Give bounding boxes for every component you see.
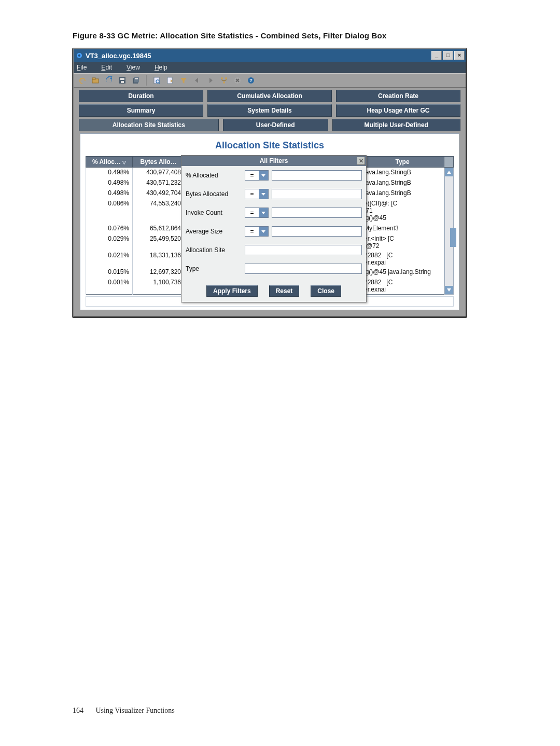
svg-rect-6 [121, 81, 124, 83]
cell-pct: 0.029% [86, 234, 133, 251]
svg-point-16 [223, 81, 225, 84]
help-icon[interactable]: ? [246, 75, 256, 86]
tab-system-details[interactable]: System Details [207, 104, 332, 117]
menu-file[interactable]: File [77, 64, 87, 71]
filter-input-bytes-allocated[interactable] [272, 189, 362, 199]
window-title: VT3_alloc.vgc.19845 [86, 52, 151, 60]
cell-pct: 0.086% [86, 199, 133, 224]
menu-help[interactable]: Help [155, 64, 167, 71]
svg-rect-3 [92, 78, 95, 79]
cell-bytes: 25,499,520 [133, 234, 185, 251]
filter-label-type: Type [186, 264, 242, 272]
cell-type: e([CII)@: [C :71 ig()@45 [361, 199, 444, 224]
cell-bytes: 74,553,240 [133, 199, 185, 224]
undo-icon[interactable] [77, 75, 87, 86]
filter-icon[interactable] [178, 75, 189, 86]
svg-text:?: ? [249, 78, 253, 83]
cell-bytes: 1,100,736 [133, 278, 185, 295]
cell-bytes: 430,492,704 [133, 188, 185, 199]
filter-op-pct-allocated[interactable]: = [245, 170, 269, 181]
cell-pct: 0.001% [86, 278, 133, 295]
cell-pct: 0.076% [86, 224, 133, 234]
apply-filters-button[interactable]: Apply Filters [206, 285, 258, 297]
cell-pct: 0.498% [86, 178, 133, 188]
tab-user-defined[interactable]: User-Defined [223, 119, 328, 131]
svg-point-14 [221, 77, 223, 79]
cell-type: 22882 [C er.expai [361, 251, 444, 267]
close-window-button[interactable]: × [454, 51, 465, 60]
menu-edit[interactable]: Edit [101, 64, 112, 71]
svg-rect-5 [120, 78, 124, 80]
filter-input-average-size[interactable] [272, 226, 362, 237]
save-all-icon[interactable] [131, 75, 141, 86]
open-icon[interactable] [90, 75, 101, 86]
cell-type: er.<init> [C )@72 [361, 234, 444, 251]
menu-view[interactable]: View [127, 64, 140, 71]
svg-point-15 [225, 77, 227, 79]
cell-type: 22882 [C er.exnai [361, 278, 444, 295]
scroll-up-icon[interactable] [445, 168, 453, 176]
cell-bytes: 12,697,320 [133, 267, 185, 278]
stop-icon[interactable] [232, 75, 243, 86]
forward-icon[interactable] [205, 75, 216, 86]
filter-op-invoke-count[interactable]: = [245, 208, 269, 218]
dropdown-icon[interactable] [259, 189, 268, 199]
page-number: 164 [73, 707, 83, 714]
hierarchy-icon[interactable] [219, 75, 229, 86]
filter-dialog-title: All Filters ✕ [181, 156, 366, 166]
cell-pct: 0.021% [86, 251, 133, 267]
dropdown-icon[interactable] [259, 208, 268, 217]
filter-input-invoke-count[interactable] [272, 208, 362, 218]
menubar: File Edit View Help [74, 62, 466, 73]
panel-title: Allocation Site Statistics [86, 140, 454, 151]
titlebar: VT3_alloc.vgc.19845 _ □ × [74, 49, 466, 62]
tab-allocation-site-statistics[interactable]: Allocation Site Statistics [79, 119, 219, 131]
filter-label-pct-allocated: % Allocated [186, 170, 242, 179]
filter-label-average-size: Average Size [186, 226, 242, 235]
scroll-down-icon[interactable] [445, 286, 453, 294]
filter-input-type[interactable] [245, 264, 362, 274]
content-panel: Allocation Site Statistics % Alloc [80, 133, 459, 310]
export-icon[interactable] [165, 75, 175, 86]
col-type[interactable]: Type [361, 157, 444, 168]
cell-bytes: 65,612,864 [133, 224, 185, 234]
tab-creation-rate[interactable]: Creation Rate [336, 90, 460, 102]
cell-pct: 0.498% [86, 168, 133, 178]
tab-summary[interactable]: Summary [79, 104, 203, 117]
svg-rect-9 [135, 78, 138, 79]
reset-button[interactable]: Reset [269, 285, 300, 297]
cell-type: java.lang.StringB [361, 168, 444, 178]
tabs-area: Duration Cumulative Allocation Creation … [74, 88, 466, 316]
cell-bytes: 430,571,232 [133, 178, 185, 188]
cell-type: MyElement3 [361, 224, 444, 234]
tab-multiple-user-defined[interactable]: Multiple User-Defined [332, 119, 460, 131]
dropdown-icon[interactable] [259, 171, 268, 180]
dropdown-icon[interactable] [259, 227, 268, 236]
refresh-icon[interactable] [104, 75, 114, 86]
minimize-button[interactable]: _ [431, 51, 442, 60]
close-button[interactable]: Close [311, 285, 341, 297]
maximize-button[interactable]: □ [443, 51, 453, 60]
col-bytes-alloc[interactable]: Bytes Allo… [133, 157, 185, 168]
filter-label-bytes-allocated: Bytes Allocated [186, 189, 242, 198]
filter-input-allocation-site[interactable] [245, 245, 362, 255]
filter-op-bytes-allocated[interactable]: = [245, 189, 269, 199]
col-pct-alloc[interactable]: % Alloc…▽ [86, 157, 133, 168]
filter-close-button[interactable]: ✕ [357, 157, 365, 165]
filter-op-average-size[interactable]: = [245, 226, 269, 237]
scroll-thumb[interactable] [450, 228, 456, 247]
svg-point-1 [78, 54, 80, 57]
preview-icon[interactable] [151, 75, 162, 86]
vertical-scrollbar[interactable] [444, 168, 454, 295]
app-icon [76, 52, 83, 59]
save-icon[interactable] [117, 75, 128, 86]
back-icon[interactable] [192, 75, 202, 86]
tab-cumulative-allocation[interactable]: Cumulative Allocation [207, 90, 332, 102]
cell-bytes: 430,977,408 [133, 168, 185, 178]
cell-pct: 0.015% [86, 267, 133, 278]
filter-input-pct-allocated[interactable] [272, 170, 362, 181]
tab-heap-usage[interactable]: Heap Usage After GC [336, 104, 460, 117]
tab-duration[interactable]: Duration [79, 90, 203, 102]
cell-bytes: 18,331,136 [133, 251, 185, 267]
cell-type: java.lang.StringB [361, 188, 444, 199]
